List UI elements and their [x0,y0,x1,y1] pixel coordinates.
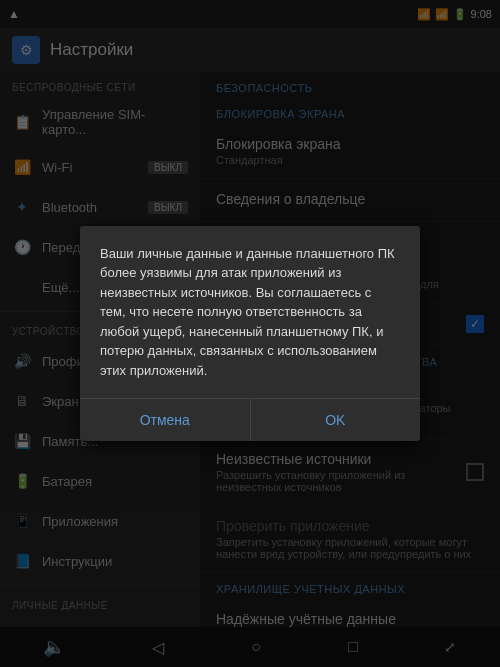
dialog-box: Ваши личные данные и данные планшетного … [80,226,420,442]
dialog-body: Ваши личные данные и данные планшетного … [80,226,420,399]
dialog-cancel-btn[interactable]: Отмена [80,399,250,441]
dialog-actions: Отмена OK [80,398,420,441]
dialog-overlay: Ваши личные данные и данные планшетного … [0,0,500,667]
dialog-ok-btn[interactable]: OK [250,399,421,441]
